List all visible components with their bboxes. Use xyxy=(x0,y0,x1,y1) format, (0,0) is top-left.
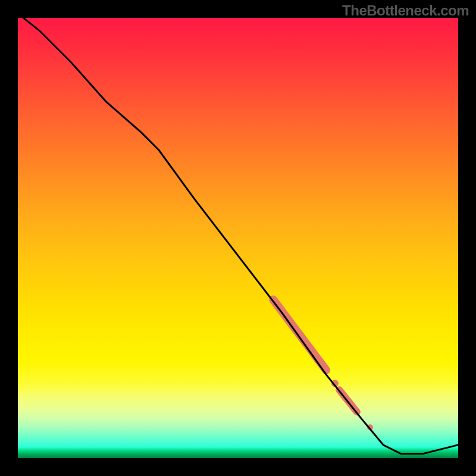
highlight-layer xyxy=(273,300,373,431)
chart-svg xyxy=(18,18,458,458)
watermark-text: TheBottleneck.com xyxy=(342,2,469,19)
chart-plot-area xyxy=(18,18,458,458)
main-curve-line xyxy=(18,14,458,454)
highlight-segment-1 xyxy=(273,300,326,370)
